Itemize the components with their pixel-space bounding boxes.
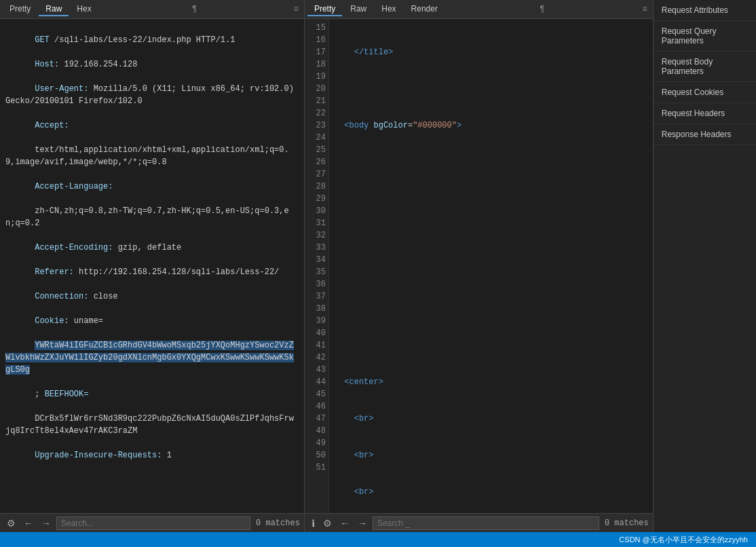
code-content: </title> <body bgColor="#000000"> <cente… — [329, 19, 653, 513]
right-panel: Request Attributes Request Query Paramet… — [654, 0, 756, 532]
right-item-request-cookies[interactable]: Request Cookies — [654, 82, 756, 103]
left-pilcrow-icon[interactable]: ¶ — [189, 3, 200, 16]
middle-tab-raw[interactable]: Raw — [343, 3, 373, 16]
middle-tab-bar: Pretty Raw Hex Render ¶ ≡ — [305, 0, 653, 19]
middle-tab-render[interactable]: Render — [404, 3, 445, 16]
middle-footer: ℹ ⚙ ← → 0 matches — [305, 513, 653, 532]
left-content-area: GET /sqli-labs/Less-22/index.php HTTP/1.… — [0, 19, 304, 513]
left-tab-hex[interactable]: Hex — [70, 3, 98, 16]
middle-settings-icon[interactable]: ⚙ — [320, 516, 335, 530]
status-bar-text: CSDN @无名小卒且不会安全的zzyyhh — [619, 535, 748, 545]
left-panel: Pretty Raw Hex ¶ ≡ GET /sqli-labs/Less-2… — [0, 0, 305, 532]
status-bar: CSDN @无名小卒且不会安全的zzyyhh — [0, 532, 756, 547]
middle-content-area: 1516171819 2021222324 2526272829 3031323… — [305, 19, 653, 513]
middle-matches-label: 0 matches — [605, 518, 649, 528]
right-item-request-query-params[interactable]: Request Query Parameters — [654, 21, 756, 52]
middle-tab-hex[interactable]: Hex — [375, 3, 402, 16]
middle-prev-icon[interactable]: ← — [337, 516, 352, 530]
left-tab-raw[interactable]: Raw — [39, 3, 69, 16]
left-next-icon[interactable]: → — [39, 516, 54, 530]
right-item-request-attributes[interactable]: Request Attributes — [654, 0, 756, 21]
left-search-input[interactable] — [56, 516, 250, 530]
left-tab-pretty[interactable]: Pretty — [3, 3, 37, 16]
left-menu-icon[interactable]: ≡ — [291, 3, 301, 16]
left-tab-bar: Pretty Raw Hex ¶ ≡ — [0, 0, 304, 19]
middle-pilcrow-icon[interactable]: ¶ — [537, 3, 547, 16]
left-matches-label: 0 matches — [256, 518, 300, 528]
middle-search-input[interactable] — [373, 516, 599, 530]
left-footer: ⚙ ← → 0 matches — [0, 513, 304, 532]
left-prev-icon[interactable]: ← — [21, 516, 36, 530]
middle-next-icon[interactable]: → — [355, 516, 370, 530]
right-item-request-headers[interactable]: Request Headers — [654, 103, 756, 124]
middle-panel: Pretty Raw Hex Render ¶ ≡ 1516171819 202… — [305, 0, 654, 532]
middle-menu-icon[interactable]: ≡ — [640, 3, 650, 16]
right-item-request-body-params[interactable]: Request Body Parameters — [654, 52, 756, 82]
left-settings-icon[interactable]: ⚙ — [4, 516, 18, 530]
middle-info-icon[interactable]: ℹ — [309, 516, 318, 530]
line-numbers: 1516171819 2021222324 2526272829 3031323… — [305, 19, 329, 513]
middle-tab-pretty[interactable]: Pretty — [307, 3, 342, 16]
right-item-response-headers[interactable]: Response Headers — [654, 124, 756, 145]
